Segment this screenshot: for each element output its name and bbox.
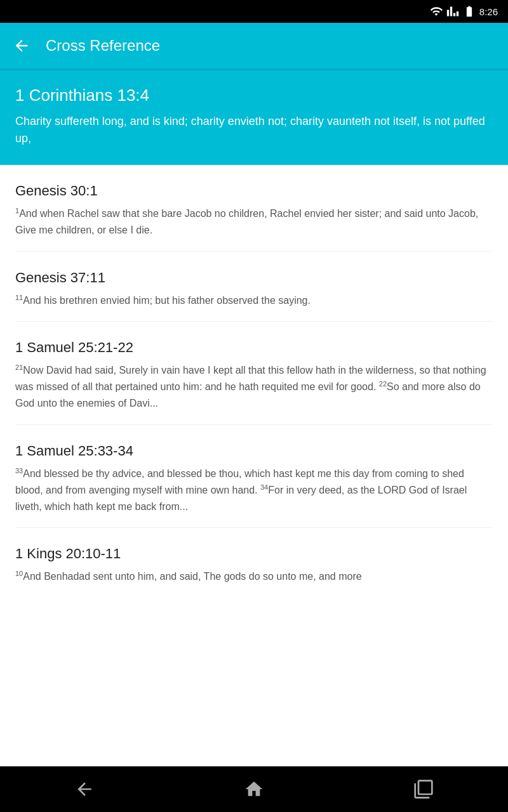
cr-ref-title: 1 Kings 20:10-11 xyxy=(15,546,493,562)
cr-verse-text: 1And when Rachel saw that she bare Jacob… xyxy=(15,206,493,239)
verse-number: 33 xyxy=(15,467,23,475)
cr-ref-title: Genesis 30:1 xyxy=(15,183,493,199)
cr-entry-genesis-30-1[interactable]: Genesis 30:1 1And when Rachel saw that s… xyxy=(15,165,493,252)
cr-entry-genesis-37-11[interactable]: Genesis 37:11 11And his brethren envied … xyxy=(15,252,493,322)
verse-number: 21 xyxy=(15,363,23,371)
cr-verse-text: 21Now David had said, Surely in vain hav… xyxy=(15,362,493,411)
verse-text: Charity suffereth long, and is kind; cha… xyxy=(15,113,493,147)
verse-number: 11 xyxy=(15,294,23,301)
cr-verse-text: 11And his brethren envied him; but his f… xyxy=(15,292,493,309)
back-arrow-icon xyxy=(13,37,30,55)
cr-ref-title: 1 Samuel 25:33-34 xyxy=(15,443,493,459)
cross-references-list: Genesis 30:1 1And when Rachel saw that s… xyxy=(0,165,508,766)
nav-home-icon xyxy=(244,779,264,799)
nav-recent-button[interactable] xyxy=(398,770,449,808)
app-bar: Cross Reference xyxy=(0,23,508,69)
nav-recent-icon xyxy=(413,779,434,799)
cr-verse-text: 10And Benhadad sent unto him, and said, … xyxy=(15,568,493,585)
verse-number-b: 22 xyxy=(379,380,387,388)
nav-bar xyxy=(0,766,508,812)
status-icons: 8:26 xyxy=(430,5,498,18)
verse-reference: 1 Corinthians 13:4 xyxy=(15,86,493,105)
status-bar: 8:26 xyxy=(0,0,508,23)
app-bar-title: Cross Reference xyxy=(46,37,160,55)
nav-back-icon xyxy=(74,779,95,799)
verse-header: 1 Corinthians 13:4 Charity suffereth lon… xyxy=(0,70,508,165)
cr-entry-1-kings-20-10-11[interactable]: 1 Kings 20:10-11 10And Benhadad sent unt… xyxy=(15,528,493,598)
nav-home-button[interactable] xyxy=(229,770,279,808)
wifi-icon xyxy=(430,5,443,18)
cr-ref-title: Genesis 37:11 xyxy=(15,270,493,286)
nav-back-button[interactable] xyxy=(59,770,110,808)
cr-entry-1-samuel-25-33-34[interactable]: 1 Samuel 25:33-34 33And blessed be thy a… xyxy=(15,425,493,528)
signal-icon xyxy=(446,5,459,18)
back-button[interactable] xyxy=(13,37,30,55)
cr-entry-1-samuel-25-21-22[interactable]: 1 Samuel 25:21-22 21Now David had said, … xyxy=(15,322,493,424)
battery-icon xyxy=(463,5,476,18)
verse-number-b: 34 xyxy=(260,483,268,491)
cr-ref-title: 1 Samuel 25:21-22 xyxy=(15,339,493,356)
cr-verse-text: 33And blessed be thy advice, and blessed… xyxy=(15,466,493,514)
status-time: 8:26 xyxy=(479,6,498,17)
verse-number: 10 xyxy=(15,570,23,577)
